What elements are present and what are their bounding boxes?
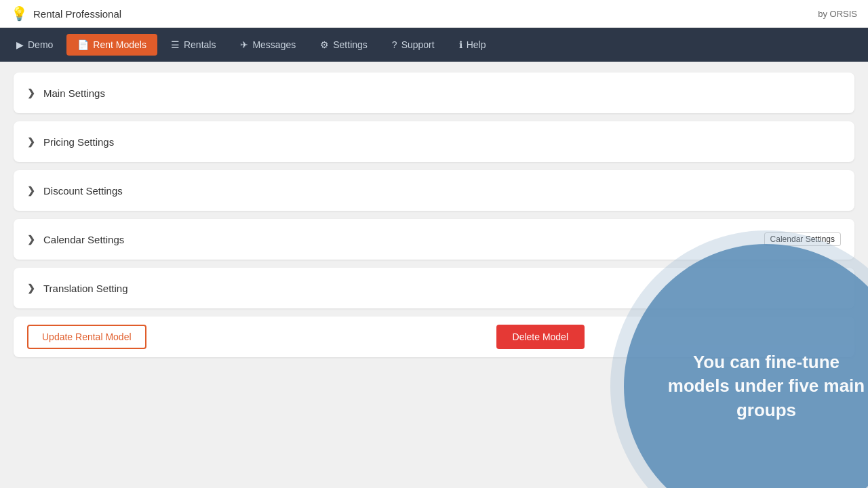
nav-icon-demo: ▶ xyxy=(16,39,24,50)
card-label-main-settings: Main Settings xyxy=(43,87,105,99)
settings-card-discount-settings[interactable]: ❯ Discount Settings xyxy=(14,170,854,211)
card-label-calendar-settings: Calendar Settings xyxy=(43,234,124,245)
chevron-icon-main-settings: ❯ xyxy=(27,87,35,98)
app-logo-area: 💡 Rental Professional xyxy=(11,5,121,22)
nav-item-help[interactable]: ℹHelp xyxy=(448,34,497,56)
nav-icon-support: ? xyxy=(392,39,397,50)
app-title: Rental Professional xyxy=(33,8,121,20)
nav-icon-rentals: ☰ xyxy=(171,39,180,50)
chevron-icon-calendar-settings: ❯ xyxy=(27,234,35,245)
overlay-text: You can fine-tune models under five main… xyxy=(665,350,868,422)
nav-label-rent-models: Rent Models xyxy=(93,39,146,50)
main-content: ❯ Main Settings ❯ Pricing Settings ❯ Dis… xyxy=(0,62,868,488)
nav-label-messages: Messages xyxy=(252,39,296,50)
nav-label-demo: Demo xyxy=(28,39,53,50)
nav-icon-messages: ✈ xyxy=(240,39,248,50)
chevron-icon-translation-setting: ❯ xyxy=(27,283,35,293)
nav-label-help: Help xyxy=(467,39,486,50)
nav-label-rentals: Rentals xyxy=(184,39,216,50)
delete-model-button[interactable]: Delete Model xyxy=(496,325,585,349)
nav-item-rent-models[interactable]: 📄Rent Models xyxy=(66,34,157,56)
card-label-discount-settings: Discount Settings xyxy=(43,185,123,197)
card-label-pricing-settings: Pricing Settings xyxy=(43,136,114,148)
nav-item-support[interactable]: ?Support xyxy=(381,34,446,56)
nav-item-settings[interactable]: ⚙Settings xyxy=(309,34,378,56)
nav-item-messages[interactable]: ✈Messages xyxy=(229,34,307,56)
chevron-icon-pricing-settings: ❯ xyxy=(27,136,35,147)
chevron-icon-discount-settings: ❯ xyxy=(27,185,35,196)
settings-card-main-settings[interactable]: ❯ Main Settings xyxy=(14,73,854,113)
nav-label-support: Support xyxy=(401,39,435,50)
app-byline: by ORSIS xyxy=(818,9,857,19)
nav-label-settings: Settings xyxy=(333,39,368,50)
logo-icon: 💡 xyxy=(11,5,28,22)
nav-icon-rent-models: 📄 xyxy=(77,39,89,50)
settings-card-pricing-settings[interactable]: ❯ Pricing Settings xyxy=(14,121,854,162)
card-label-translation-setting: Translation Setting xyxy=(43,283,128,294)
update-rental-model-button[interactable]: Update Rental Model xyxy=(27,325,146,349)
nav-icon-help: ℹ xyxy=(459,39,462,50)
main-nav: ▶Demo📄Rent Models☰Rentals✈Messages⚙Setti… xyxy=(0,28,868,62)
nav-item-rentals[interactable]: ☰Rentals xyxy=(160,34,226,56)
nav-icon-settings: ⚙ xyxy=(320,39,329,50)
app-header: 💡 Rental Professional by ORSIS xyxy=(0,0,868,28)
nav-item-demo[interactable]: ▶Demo xyxy=(5,34,64,56)
